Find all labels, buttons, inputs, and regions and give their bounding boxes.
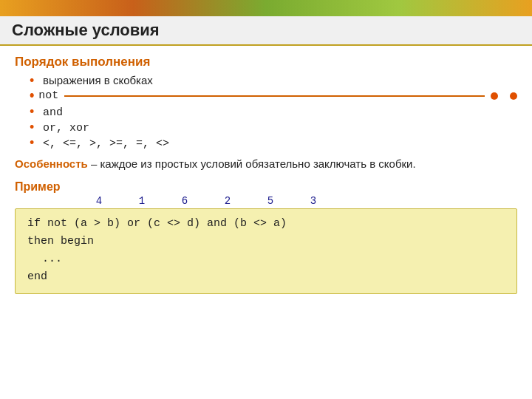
special-note: Особенность – каждое из простых условий … xyxy=(15,156,517,173)
code-line-1: if not (a > b) or (c <> d) and (b <> a) xyxy=(27,215,505,233)
highlight-word: Особенность xyxy=(15,157,88,170)
example-title: Пример xyxy=(15,180,517,194)
section-order-title: Порядок выполнения xyxy=(15,55,517,69)
page-title: Сложные условия xyxy=(12,21,520,40)
list-item-3: and xyxy=(30,105,517,119)
num-6: 6 xyxy=(163,195,206,207)
code-line-3: ... xyxy=(27,250,505,268)
list-item-4: or, xor xyxy=(30,120,517,134)
num-3: 3 xyxy=(292,195,335,207)
num-1: 1 xyxy=(120,195,163,207)
top-banner xyxy=(0,0,532,16)
code-line-4: end xyxy=(27,268,505,286)
title-bar: Сложные условия xyxy=(0,16,532,46)
bullet-list-order: выражения в скобках • not and or, xor <,… xyxy=(30,74,517,150)
example-section: Пример 4 1 6 2 5 3 if not (a > b) or (c … xyxy=(15,180,517,294)
num-2: 2 xyxy=(206,195,249,207)
number-row: 4 1 6 2 5 3 xyxy=(37,195,517,207)
code-box: if not (a > b) or (c <> d) and (b <> a) … xyxy=(15,208,517,294)
num-5: 5 xyxy=(249,195,292,207)
code-line-2: then begin xyxy=(27,233,505,250)
list-item-1: выражения в скобках xyxy=(30,74,517,86)
note-text: – каждое из простых условий обязательно … xyxy=(88,157,416,170)
list-item-5: <, <=, >, >=, =, <> xyxy=(30,136,517,150)
num-4: 4 xyxy=(78,195,120,207)
list-item-2: • not xyxy=(30,88,517,103)
section-order: Порядок выполнения выражения в скобках •… xyxy=(15,55,517,150)
